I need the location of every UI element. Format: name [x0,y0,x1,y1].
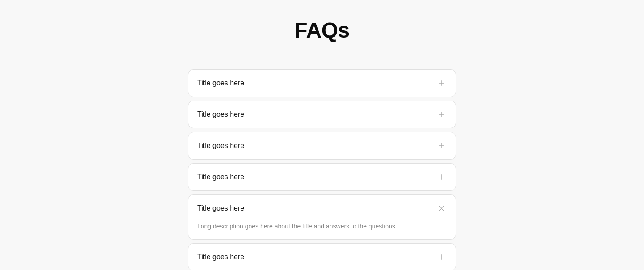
faq-item-header[interactable]: Title goes here [188,164,456,190]
plus-icon [436,140,447,151]
faq-item-header[interactable]: Title goes here [188,70,456,97]
page-container: FAQs Title goes here Title goes here Tit… [0,0,644,270]
faq-item-title: Title goes here [197,204,244,212]
faq-item-title: Title goes here [197,253,244,261]
faq-item-title: Title goes here [197,142,244,150]
plus-icon [436,172,447,182]
faq-item[interactable]: Title goes here [188,163,456,191]
faq-item-title: Title goes here [197,110,244,118]
faq-item-header[interactable]: Title goes here [188,244,456,270]
faq-item[interactable]: Title goes here Long description goes he… [188,194,456,240]
plus-icon [436,109,447,120]
faq-item[interactable]: Title goes here [188,132,456,160]
faq-item-header[interactable]: Title goes here [188,132,456,159]
faq-list: Title goes here Title goes here Title go… [188,69,456,270]
faq-item[interactable]: Title goes here [188,101,456,128]
plus-icon [436,252,447,262]
faq-item-header[interactable]: Title goes here [188,195,456,222]
faq-item[interactable]: Title goes here [188,243,456,270]
faq-item[interactable]: Title goes here [188,69,456,97]
faq-item-body: Long description goes here about the tit… [188,222,456,239]
page-title: FAQs [294,18,349,42]
plus-icon [436,78,447,89]
faq-item-header[interactable]: Title goes here [188,101,456,128]
faq-item-title: Title goes here [197,79,244,87]
faq-item-description: Long description goes here about the tit… [197,222,447,231]
close-icon [436,203,447,214]
faq-item-title: Title goes here [197,173,244,181]
